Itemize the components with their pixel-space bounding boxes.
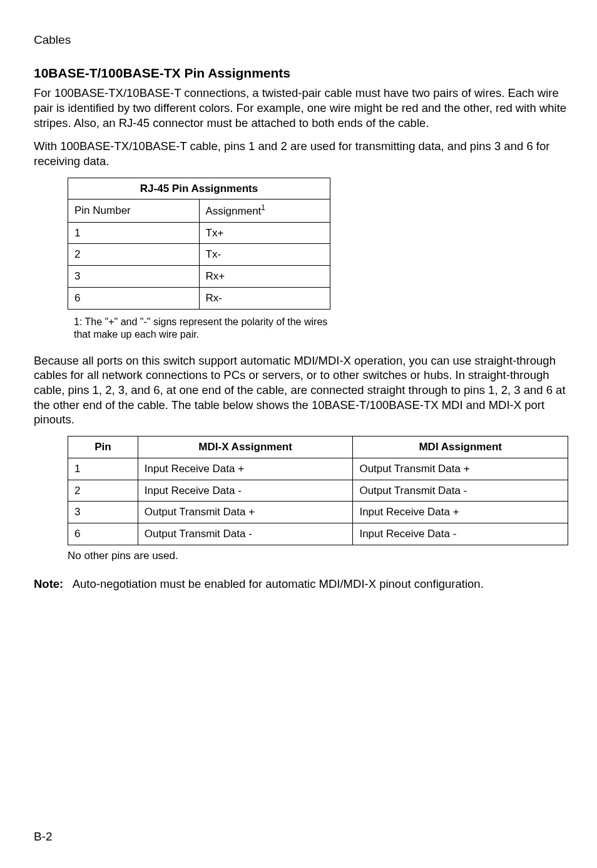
section-heading: 10BASE-T/100BASE-TX Pin Assignments bbox=[34, 65, 567, 82]
table-row: 3 Rx+ bbox=[68, 266, 330, 288]
cell-mdi: Output Transmit Data - bbox=[353, 480, 568, 502]
table-row: 2 Input Receive Data - Output Transmit D… bbox=[68, 480, 568, 502]
cell-assign: Tx- bbox=[199, 244, 330, 266]
col-header-pin: Pin bbox=[68, 437, 138, 458]
body-paragraph: With 100BASE-TX/10BASE-T cable, pins 1 a… bbox=[34, 139, 567, 168]
col-header-mdix: MDI-X Assignment bbox=[138, 437, 353, 458]
table-row: 6 Rx- bbox=[68, 287, 330, 309]
table-caption: RJ-45 Pin Assignments bbox=[68, 178, 330, 199]
body-paragraph: For 100BASE-TX/10BASE-T connections, a t… bbox=[34, 86, 567, 130]
cell-assign: Rx+ bbox=[199, 266, 330, 288]
cell-mdi: Output Transmit Data + bbox=[353, 458, 568, 480]
table-header-row: Pin MDI-X Assignment MDI Assignment bbox=[68, 437, 568, 458]
table-row: 2 Tx- bbox=[68, 244, 330, 266]
cell-mdi: Input Receive Data + bbox=[353, 502, 568, 523]
table-footnote: 1: The "+" and "-" signs represent the p… bbox=[74, 316, 343, 341]
table-row: 1 Input Receive Data + Output Transmit D… bbox=[68, 458, 568, 480]
table-row: 3 Output Transmit Data + Input Receive D… bbox=[68, 502, 568, 523]
cell-pin: 3 bbox=[68, 266, 200, 288]
cell-pin: 2 bbox=[68, 480, 138, 502]
cell-pin: 6 bbox=[68, 523, 138, 545]
table-header-row: Pin Number Assignment1 bbox=[68, 199, 330, 222]
table-row: 6 Output Transmit Data - Input Receive D… bbox=[68, 523, 568, 545]
body-paragraph: Because all ports on this switch support… bbox=[34, 353, 567, 427]
cell-mdi: Input Receive Data - bbox=[353, 523, 568, 545]
cell-mdix: Input Receive Data - bbox=[138, 480, 353, 502]
cell-assign: Tx+ bbox=[199, 222, 330, 244]
cell-assign: Rx- bbox=[199, 287, 330, 309]
col-header-pin: Pin Number bbox=[68, 199, 200, 222]
table-caption-row: RJ-45 Pin Assignments bbox=[68, 178, 330, 199]
cell-mdix: Output Transmit Data - bbox=[138, 523, 353, 545]
note-label: Note: bbox=[34, 577, 63, 590]
running-header: Cables bbox=[34, 33, 567, 48]
rj45-table: RJ-45 Pin Assignments Pin Number Assignm… bbox=[68, 178, 330, 310]
note-paragraph: Note: Auto-negotiation must be enabled f… bbox=[34, 577, 567, 592]
cell-pin: 2 bbox=[68, 244, 200, 266]
col-header-assignment: Assignment1 bbox=[199, 199, 330, 222]
cell-mdix: Output Transmit Data + bbox=[138, 502, 353, 523]
cell-mdix: Input Receive Data + bbox=[138, 458, 353, 480]
footnote-marker: 1 bbox=[261, 203, 265, 212]
cell-pin: 6 bbox=[68, 287, 200, 309]
cell-pin: 1 bbox=[68, 458, 138, 480]
col-header-mdi: MDI Assignment bbox=[353, 437, 568, 458]
cell-pin: 1 bbox=[68, 222, 200, 244]
col-header-assignment-text: Assignment bbox=[206, 205, 262, 217]
table-footnote: No other pins are used. bbox=[68, 549, 567, 563]
cell-pin: 3 bbox=[68, 502, 138, 523]
note-text: Auto-negotiation must be enabled for aut… bbox=[73, 577, 484, 590]
mdi-table: Pin MDI-X Assignment MDI Assignment 1 In… bbox=[68, 436, 568, 545]
table-row: 1 Tx+ bbox=[68, 222, 330, 244]
